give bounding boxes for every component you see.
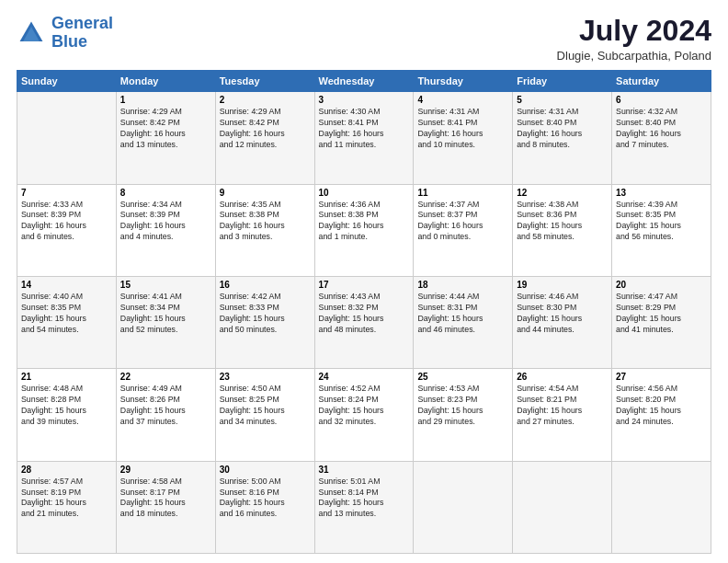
cell-info: Sunrise: 4:32 AM Sunset: 8:40 PM Dayligh… — [616, 107, 707, 151]
cell-info: Sunrise: 4:58 AM Sunset: 8:17 PM Dayligh… — [120, 477, 211, 521]
calendar-cell: 20Sunrise: 4:47 AM Sunset: 8:29 PM Dayli… — [612, 276, 711, 368]
weekday-header: Saturday — [612, 71, 711, 92]
calendar-cell: 2Sunrise: 4:29 AM Sunset: 8:42 PM Daylig… — [215, 92, 314, 184]
weekday-header: Wednesday — [314, 71, 414, 92]
calendar-week-row: 1Sunrise: 4:29 AM Sunset: 8:42 PM Daylig… — [17, 92, 711, 184]
header: General Blue July 2024 Dlugie, Subcarpat… — [17, 15, 711, 63]
day-number: 9 — [220, 188, 311, 198]
month-year: July 2024 — [557, 15, 711, 47]
calendar-week-row: 7Sunrise: 4:33 AM Sunset: 8:39 PM Daylig… — [17, 184, 711, 276]
calendar-cell — [612, 461, 711, 553]
calendar-cell: 28Sunrise: 4:57 AM Sunset: 8:19 PM Dayli… — [17, 461, 117, 553]
day-number: 12 — [517, 188, 608, 198]
cell-info: Sunrise: 4:57 AM Sunset: 8:19 PM Dayligh… — [21, 477, 112, 521]
calendar-cell: 6Sunrise: 4:32 AM Sunset: 8:40 PM Daylig… — [612, 92, 711, 184]
cell-info: Sunrise: 4:31 AM Sunset: 8:41 PM Dayligh… — [417, 107, 508, 151]
cell-info: Sunrise: 4:49 AM Sunset: 8:26 PM Dayligh… — [120, 384, 211, 428]
day-number: 16 — [220, 280, 311, 290]
calendar-cell: 25Sunrise: 4:53 AM Sunset: 8:23 PM Dayli… — [414, 369, 513, 461]
day-number: 27 — [616, 372, 707, 382]
calendar-cell: 22Sunrise: 4:49 AM Sunset: 8:26 PM Dayli… — [116, 369, 215, 461]
calendar-cell: 15Sunrise: 4:41 AM Sunset: 8:34 PM Dayli… — [116, 276, 215, 368]
cell-info: Sunrise: 4:42 AM Sunset: 8:33 PM Dayligh… — [220, 292, 311, 336]
calendar-cell: 4Sunrise: 4:31 AM Sunset: 8:41 PM Daylig… — [414, 92, 513, 184]
cell-info: Sunrise: 4:31 AM Sunset: 8:40 PM Dayligh… — [517, 107, 608, 151]
calendar-cell: 29Sunrise: 4:58 AM Sunset: 8:17 PM Dayli… — [116, 461, 215, 553]
weekday-header: Thursday — [414, 71, 513, 92]
day-number: 24 — [319, 372, 410, 382]
cell-info: Sunrise: 5:01 AM Sunset: 8:14 PM Dayligh… — [319, 477, 410, 521]
cell-info: Sunrise: 4:54 AM Sunset: 8:21 PM Dayligh… — [517, 384, 608, 428]
day-number: 30 — [220, 465, 311, 475]
calendar-cell: 5Sunrise: 4:31 AM Sunset: 8:40 PM Daylig… — [513, 92, 612, 184]
logo-text: General Blue — [51, 15, 113, 52]
cell-info: Sunrise: 4:37 AM Sunset: 8:37 PM Dayligh… — [417, 200, 508, 244]
day-number: 18 — [417, 280, 508, 290]
calendar-cell: 10Sunrise: 4:36 AM Sunset: 8:38 PM Dayli… — [314, 184, 414, 276]
day-number: 7 — [21, 188, 112, 198]
day-number: 28 — [21, 465, 112, 475]
cell-info: Sunrise: 4:56 AM Sunset: 8:20 PM Dayligh… — [616, 384, 707, 428]
calendar-week-row: 21Sunrise: 4:48 AM Sunset: 8:28 PM Dayli… — [17, 369, 711, 461]
cell-info: Sunrise: 4:44 AM Sunset: 8:31 PM Dayligh… — [417, 292, 508, 336]
calendar-cell: 18Sunrise: 4:44 AM Sunset: 8:31 PM Dayli… — [414, 276, 513, 368]
day-number: 20 — [616, 280, 707, 290]
cell-info: Sunrise: 4:29 AM Sunset: 8:42 PM Dayligh… — [120, 107, 211, 151]
calendar-cell: 21Sunrise: 4:48 AM Sunset: 8:28 PM Dayli… — [17, 369, 117, 461]
title-block: July 2024 Dlugie, Subcarpathia, Poland — [557, 15, 711, 63]
cell-info: Sunrise: 4:40 AM Sunset: 8:35 PM Dayligh… — [21, 292, 112, 336]
day-number: 25 — [417, 372, 508, 382]
day-number: 23 — [220, 372, 311, 382]
day-number: 31 — [319, 465, 410, 475]
day-number: 14 — [21, 280, 112, 290]
day-number: 15 — [120, 280, 211, 290]
calendar-cell — [513, 461, 612, 553]
calendar-cell: 16Sunrise: 4:42 AM Sunset: 8:33 PM Dayli… — [215, 276, 314, 368]
cell-info: Sunrise: 4:52 AM Sunset: 8:24 PM Dayligh… — [319, 384, 410, 428]
cell-info: Sunrise: 5:00 AM Sunset: 8:16 PM Dayligh… — [220, 477, 311, 521]
calendar-cell: 12Sunrise: 4:38 AM Sunset: 8:36 PM Dayli… — [513, 184, 612, 276]
calendar-cell: 27Sunrise: 4:56 AM Sunset: 8:20 PM Dayli… — [612, 369, 711, 461]
weekday-header: Friday — [513, 71, 612, 92]
cell-info: Sunrise: 4:47 AM Sunset: 8:29 PM Dayligh… — [616, 292, 707, 336]
calendar-cell: 19Sunrise: 4:46 AM Sunset: 8:30 PM Dayli… — [513, 276, 612, 368]
cell-info: Sunrise: 4:46 AM Sunset: 8:30 PM Dayligh… — [517, 292, 608, 336]
cell-info: Sunrise: 4:48 AM Sunset: 8:28 PM Dayligh… — [21, 384, 112, 428]
day-number: 8 — [120, 188, 211, 198]
calendar-week-row: 14Sunrise: 4:40 AM Sunset: 8:35 PM Dayli… — [17, 276, 711, 368]
cell-info: Sunrise: 4:36 AM Sunset: 8:38 PM Dayligh… — [319, 200, 410, 244]
cell-info: Sunrise: 4:38 AM Sunset: 8:36 PM Dayligh… — [517, 200, 608, 244]
cell-info: Sunrise: 4:50 AM Sunset: 8:25 PM Dayligh… — [220, 384, 311, 428]
calendar-cell — [17, 92, 117, 184]
day-number: 26 — [517, 372, 608, 382]
day-number: 13 — [616, 188, 707, 198]
weekday-header: Tuesday — [215, 71, 314, 92]
weekday-header: Monday — [116, 71, 215, 92]
calendar-cell: 11Sunrise: 4:37 AM Sunset: 8:37 PM Dayli… — [414, 184, 513, 276]
day-number: 3 — [319, 95, 410, 105]
calendar-cell: 31Sunrise: 5:01 AM Sunset: 8:14 PM Dayli… — [314, 461, 414, 553]
calendar-cell: 26Sunrise: 4:54 AM Sunset: 8:21 PM Dayli… — [513, 369, 612, 461]
calendar-week-row: 28Sunrise: 4:57 AM Sunset: 8:19 PM Dayli… — [17, 461, 711, 553]
calendar-cell: 30Sunrise: 5:00 AM Sunset: 8:16 PM Dayli… — [215, 461, 314, 553]
weekday-header: Sunday — [17, 71, 117, 92]
cell-info: Sunrise: 4:33 AM Sunset: 8:39 PM Dayligh… — [21, 200, 112, 244]
cell-info: Sunrise: 4:53 AM Sunset: 8:23 PM Dayligh… — [417, 384, 508, 428]
day-number: 21 — [21, 372, 112, 382]
day-number: 19 — [517, 280, 608, 290]
calendar-cell: 8Sunrise: 4:34 AM Sunset: 8:39 PM Daylig… — [116, 184, 215, 276]
day-number: 11 — [417, 188, 508, 198]
day-number: 6 — [616, 95, 707, 105]
calendar-body: 1Sunrise: 4:29 AM Sunset: 8:42 PM Daylig… — [17, 92, 711, 554]
calendar-cell: 1Sunrise: 4:29 AM Sunset: 8:42 PM Daylig… — [116, 92, 215, 184]
day-number: 10 — [319, 188, 410, 198]
calendar-cell: 17Sunrise: 4:43 AM Sunset: 8:32 PM Dayli… — [314, 276, 414, 368]
calendar-cell: 13Sunrise: 4:39 AM Sunset: 8:35 PM Dayli… — [612, 184, 711, 276]
cell-info: Sunrise: 4:30 AM Sunset: 8:41 PM Dayligh… — [319, 107, 410, 151]
day-number: 1 — [120, 95, 211, 105]
day-number: 5 — [517, 95, 608, 105]
cell-info: Sunrise: 4:29 AM Sunset: 8:42 PM Dayligh… — [220, 107, 311, 151]
calendar-cell: 3Sunrise: 4:30 AM Sunset: 8:41 PM Daylig… — [314, 92, 414, 184]
page: General Blue July 2024 Dlugie, Subcarpat… — [0, 0, 728, 563]
weekday-row: SundayMondayTuesdayWednesdayThursdayFrid… — [17, 71, 711, 92]
